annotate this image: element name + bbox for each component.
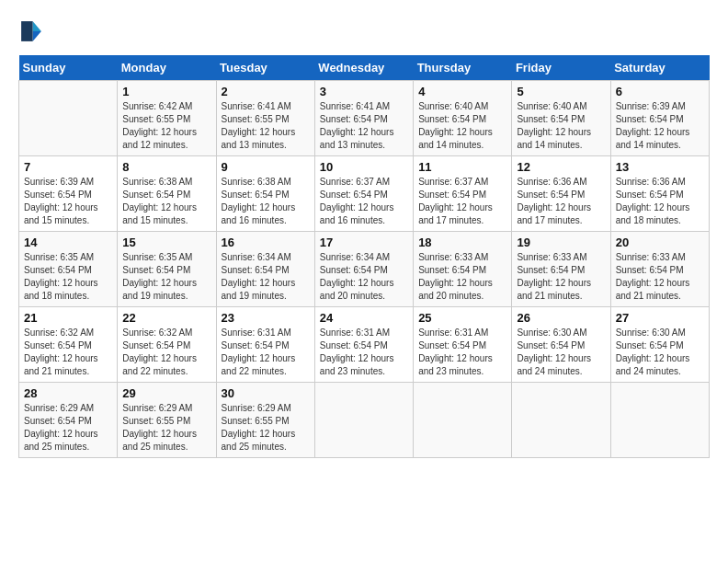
calendar-cell: 14Sunrise: 6:35 AM Sunset: 6:54 PM Dayli… (19, 232, 118, 307)
calendar-cell (414, 383, 512, 458)
day-number: 21 (24, 311, 112, 325)
day-number: 22 (122, 311, 210, 325)
calendar-cell: 25Sunrise: 6:31 AM Sunset: 6:54 PM Dayli… (414, 307, 512, 383)
day-number: 6 (616, 85, 704, 98)
day-info: Sunrise: 6:31 AM Sunset: 6:54 PM Dayligh… (320, 327, 408, 378)
header-cell-wednesday: Wednesday (314, 55, 413, 81)
header-cell-friday: Friday (512, 55, 610, 81)
day-info: Sunrise: 6:39 AM Sunset: 6:54 PM Dayligh… (24, 176, 112, 227)
calendar-cell: 2Sunrise: 6:41 AM Sunset: 6:55 PM Daylig… (216, 81, 314, 156)
calendar-cell: 28Sunrise: 6:29 AM Sunset: 6:54 PM Dayli… (19, 383, 118, 458)
day-info: Sunrise: 6:40 AM Sunset: 6:54 PM Dayligh… (418, 100, 506, 152)
calendar-table: SundayMondayTuesdayWednesdayThursdayFrid… (18, 55, 710, 458)
calendar-cell: 18Sunrise: 6:33 AM Sunset: 6:54 PM Dayli… (414, 232, 512, 307)
week-row-1: 1Sunrise: 6:42 AM Sunset: 6:55 PM Daylig… (19, 81, 710, 156)
calendar-cell: 20Sunrise: 6:33 AM Sunset: 6:54 PM Dayli… (610, 232, 709, 307)
day-info: Sunrise: 6:36 AM Sunset: 6:54 PM Dayligh… (616, 176, 704, 227)
day-info: Sunrise: 6:35 AM Sunset: 6:54 PM Dayligh… (122, 251, 210, 303)
day-number: 2 (222, 85, 310, 98)
day-info: Sunrise: 6:34 AM Sunset: 6:54 PM Dayligh… (320, 251, 408, 303)
calendar-cell: 17Sunrise: 6:34 AM Sunset: 6:54 PM Dayli… (314, 232, 413, 307)
week-row-3: 14Sunrise: 6:35 AM Sunset: 6:54 PM Dayli… (19, 232, 710, 307)
day-number: 13 (616, 160, 704, 174)
day-info: Sunrise: 6:35 AM Sunset: 6:54 PM Dayligh… (24, 251, 112, 303)
header (18, 18, 710, 44)
calendar-cell: 13Sunrise: 6:36 AM Sunset: 6:54 PM Dayli… (610, 156, 709, 232)
calendar-cell: 21Sunrise: 6:32 AM Sunset: 6:54 PM Dayli… (19, 307, 118, 383)
calendar-cell: 6Sunrise: 6:39 AM Sunset: 6:54 PM Daylig… (610, 81, 709, 156)
day-info: Sunrise: 6:34 AM Sunset: 6:54 PM Dayligh… (222, 251, 310, 303)
logo (18, 18, 46, 44)
day-number: 15 (122, 236, 210, 249)
day-number: 25 (418, 311, 506, 325)
day-info: Sunrise: 6:33 AM Sunset: 6:54 PM Dayligh… (517, 251, 605, 303)
calendar-cell: 27Sunrise: 6:30 AM Sunset: 6:54 PM Dayli… (610, 307, 709, 383)
calendar-cell: 5Sunrise: 6:40 AM Sunset: 6:54 PM Daylig… (512, 81, 610, 156)
day-number: 10 (320, 160, 408, 174)
calendar-cell (610, 383, 709, 458)
day-info: Sunrise: 6:33 AM Sunset: 6:54 PM Dayligh… (616, 251, 704, 303)
day-info: Sunrise: 6:40 AM Sunset: 6:54 PM Dayligh… (517, 100, 605, 152)
generalblue-logo-icon (18, 18, 44, 44)
header-cell-monday: Monday (118, 55, 216, 81)
week-row-5: 28Sunrise: 6:29 AM Sunset: 6:54 PM Dayli… (19, 383, 710, 458)
calendar-cell: 30Sunrise: 6:29 AM Sunset: 6:55 PM Dayli… (216, 383, 314, 458)
day-number: 30 (222, 386, 310, 400)
day-info: Sunrise: 6:38 AM Sunset: 6:54 PM Dayligh… (222, 176, 310, 227)
day-info: Sunrise: 6:33 AM Sunset: 6:54 PM Dayligh… (418, 251, 506, 303)
calendar-cell: 8Sunrise: 6:38 AM Sunset: 6:54 PM Daylig… (118, 156, 216, 232)
day-number: 8 (122, 160, 210, 174)
calendar-cell (512, 383, 610, 458)
calendar-cell (19, 81, 118, 156)
day-info: Sunrise: 6:41 AM Sunset: 6:54 PM Dayligh… (320, 100, 408, 152)
day-info: Sunrise: 6:31 AM Sunset: 6:54 PM Dayligh… (418, 327, 506, 378)
day-info: Sunrise: 6:30 AM Sunset: 6:54 PM Dayligh… (616, 327, 704, 378)
day-info: Sunrise: 6:37 AM Sunset: 6:54 PM Dayligh… (418, 176, 506, 227)
day-info: Sunrise: 6:42 AM Sunset: 6:55 PM Dayligh… (122, 100, 210, 152)
day-number: 4 (418, 85, 506, 98)
day-info: Sunrise: 6:29 AM Sunset: 6:55 PM Dayligh… (222, 402, 310, 454)
calendar-cell: 24Sunrise: 6:31 AM Sunset: 6:54 PM Dayli… (314, 307, 413, 383)
calendar-cell: 26Sunrise: 6:30 AM Sunset: 6:54 PM Dayli… (512, 307, 610, 383)
day-info: Sunrise: 6:38 AM Sunset: 6:54 PM Dayligh… (122, 176, 210, 227)
svg-rect-3 (21, 21, 32, 41)
day-info: Sunrise: 6:29 AM Sunset: 6:54 PM Dayligh… (24, 402, 112, 454)
day-info: Sunrise: 6:32 AM Sunset: 6:54 PM Dayligh… (122, 327, 210, 378)
day-info: Sunrise: 6:31 AM Sunset: 6:54 PM Dayligh… (222, 327, 310, 378)
header-cell-saturday: Saturday (610, 55, 709, 81)
week-row-2: 7Sunrise: 6:39 AM Sunset: 6:54 PM Daylig… (19, 156, 710, 232)
day-number: 16 (222, 236, 310, 249)
day-number: 18 (418, 236, 506, 249)
calendar-cell: 3Sunrise: 6:41 AM Sunset: 6:54 PM Daylig… (314, 81, 413, 156)
calendar-body: 1Sunrise: 6:42 AM Sunset: 6:55 PM Daylig… (19, 81, 710, 458)
calendar-cell: 16Sunrise: 6:34 AM Sunset: 6:54 PM Dayli… (216, 232, 314, 307)
day-number: 11 (418, 160, 506, 174)
day-number: 12 (517, 160, 605, 174)
header-cell-thursday: Thursday (414, 55, 512, 81)
header-cell-tuesday: Tuesday (216, 55, 314, 81)
day-number: 23 (222, 311, 310, 325)
day-number: 27 (616, 311, 704, 325)
day-number: 19 (517, 236, 605, 249)
week-row-4: 21Sunrise: 6:32 AM Sunset: 6:54 PM Dayli… (19, 307, 710, 383)
calendar-cell: 12Sunrise: 6:36 AM Sunset: 6:54 PM Dayli… (512, 156, 610, 232)
calendar-cell: 23Sunrise: 6:31 AM Sunset: 6:54 PM Dayli… (216, 307, 314, 383)
calendar-cell (314, 383, 413, 458)
calendar-cell: 10Sunrise: 6:37 AM Sunset: 6:54 PM Dayli… (314, 156, 413, 232)
day-info: Sunrise: 6:39 AM Sunset: 6:54 PM Dayligh… (616, 100, 704, 152)
calendar-cell: 19Sunrise: 6:33 AM Sunset: 6:54 PM Dayli… (512, 232, 610, 307)
day-number: 17 (320, 236, 408, 249)
day-number: 3 (320, 85, 408, 98)
calendar-cell: 15Sunrise: 6:35 AM Sunset: 6:54 PM Dayli… (118, 232, 216, 307)
calendar-cell: 4Sunrise: 6:40 AM Sunset: 6:54 PM Daylig… (414, 81, 512, 156)
calendar-cell: 7Sunrise: 6:39 AM Sunset: 6:54 PM Daylig… (19, 156, 118, 232)
calendar-cell: 29Sunrise: 6:29 AM Sunset: 6:55 PM Dayli… (118, 383, 216, 458)
day-info: Sunrise: 6:30 AM Sunset: 6:54 PM Dayligh… (517, 327, 605, 378)
day-number: 5 (517, 85, 605, 98)
day-info: Sunrise: 6:29 AM Sunset: 6:55 PM Dayligh… (122, 402, 210, 454)
day-number: 24 (320, 311, 408, 325)
day-number: 9 (222, 160, 310, 174)
day-number: 7 (24, 160, 112, 174)
day-info: Sunrise: 6:32 AM Sunset: 6:54 PM Dayligh… (24, 327, 112, 378)
day-number: 14 (24, 236, 112, 249)
